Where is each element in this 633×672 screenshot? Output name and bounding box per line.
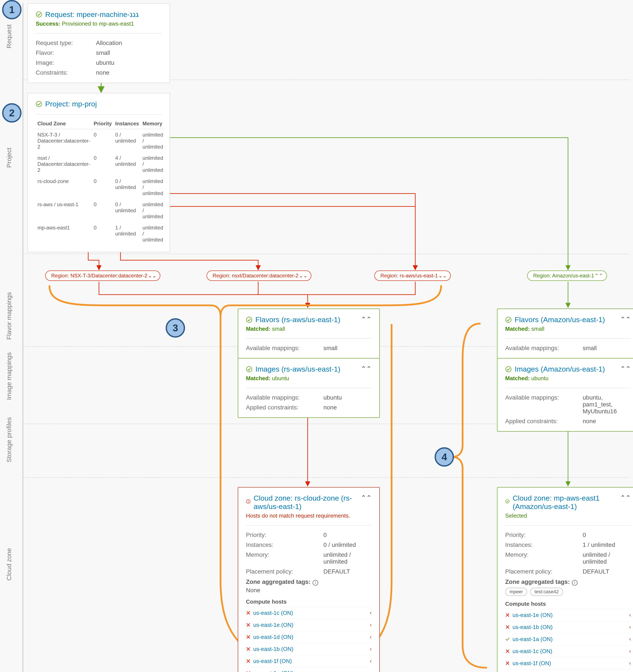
section-label-project: Project — [5, 155, 13, 168]
check-circle-icon — [505, 499, 510, 506]
svg-point-5 — [506, 366, 511, 372]
host-name: us-east-1f (ON) — [253, 658, 292, 665]
svg-point-2 — [247, 317, 252, 322]
cloudzone-status: Selected — [505, 512, 617, 519]
host-name: us-east-1e (ON) — [513, 612, 553, 619]
chevron-left-icon[interactable]: ‹ — [629, 612, 631, 618]
images-card-rs: Images (rs-aws/us-east-1) Matched: ubunt… — [238, 358, 380, 418]
images-title: Images (rs-aws/us-east-1) — [255, 365, 341, 373]
chevron-left-icon[interactable]: ‹ — [370, 670, 372, 672]
chevron-left-icon[interactable]: ‹ — [370, 610, 372, 616]
chevron-left-icon[interactable]: ‹ — [370, 658, 372, 664]
collapse-icon[interactable]: ⌃⌃ — [358, 365, 372, 373]
compute-host-row[interactable]: us-east-1c (ON)‹ — [246, 607, 372, 619]
svg-point-9 — [506, 500, 509, 503]
chevron-down-icon: ⌄⌄ — [148, 273, 157, 279]
host-name: us-east-1a (ON) — [513, 636, 553, 643]
compute-hosts-list: us-east-1e (ON)‹us-east-1b (ON)‹us-east-… — [505, 609, 631, 672]
compute-host-row[interactable]: us-east-1d (ON)‹ — [246, 631, 372, 643]
svg-point-3 — [506, 317, 511, 322]
chevron-left-icon[interactable]: ‹ — [629, 660, 631, 666]
chevron-left-icon[interactable]: ‹ — [629, 624, 631, 630]
flavors-title: Flavors (Amazon/us-east-1) — [515, 315, 605, 324]
tag-chip: test:case42 — [530, 588, 563, 596]
svg-point-4 — [247, 366, 252, 372]
divider — [23, 477, 630, 478]
chevron-left-icon[interactable]: ‹ — [370, 634, 372, 640]
request-status: Success: Provisioned to mp-aws-east1 — [36, 20, 162, 27]
host-name: us-east-1c (ON) — [513, 648, 552, 654]
check-circle-icon — [505, 366, 512, 373]
table-row: nsxt / Datacenter:datacenter-204 / unlim… — [36, 152, 165, 176]
request-fields: Request type:Allocation Flavor:small Ima… — [36, 40, 162, 76]
compute-host-row[interactable]: us-east-1b (ON)‹ — [246, 643, 372, 655]
x-icon — [246, 659, 251, 664]
error-circle-icon — [246, 499, 251, 506]
table-row: rs-aws / us-east-100 / unlimitedunlimite… — [36, 199, 165, 222]
tag-list: mpeertest:case42 — [505, 588, 631, 596]
divider — [23, 254, 630, 254]
x-icon — [246, 610, 251, 615]
compute-host-row[interactable]: us-east-1a (ON)‹ — [246, 667, 372, 672]
check-icon — [505, 637, 510, 642]
compute-host-row[interactable]: us-east-1a (ON)‹ — [505, 633, 631, 645]
compute-host-row[interactable]: us-east-1e (ON)‹ — [246, 619, 372, 631]
region-pill[interactable]: Region: rs-aws/us-east-1 ⌄⌄ — [374, 270, 451, 281]
project-zone-table: Cloud Zone Priority Instances Memory NSX… — [36, 119, 165, 245]
table-row: rs-cloud-zone00 / unlimitedunlimited / u… — [36, 176, 165, 199]
section-label-image: Image mappings — [5, 387, 13, 400]
cloudzone-card-az: Cloud zone: mp-aws-east1 (Amazon/us-east… — [497, 487, 633, 672]
host-name: us-east-1b (ON) — [513, 624, 553, 630]
chevron-left-icon[interactable]: ‹ — [370, 622, 372, 628]
x-icon — [505, 613, 510, 617]
host-name: us-east-1c (ON) — [253, 610, 293, 616]
region-pill[interactable]: Region: nsxt/Datacenter:datacenter-2 ⌄⌄ — [207, 270, 311, 281]
compute-hosts-heading: Compute hosts — [505, 601, 631, 607]
images-title: Images (Amazon/us-east-1) — [515, 365, 605, 373]
chevron-left-icon[interactable]: ‹ — [629, 636, 631, 642]
check-circle-icon — [246, 316, 252, 323]
collapse-icon[interactable]: ⌃⌃ — [617, 315, 631, 323]
collapse-icon[interactable]: ⌃⌃ — [617, 365, 631, 373]
x-icon — [246, 634, 251, 639]
host-name: us-east-1f (ON) — [513, 660, 551, 667]
host-name: us-east-1b (ON) — [253, 646, 293, 652]
flavors-title: Flavors (rs-aws/us-east-1) — [255, 315, 341, 324]
cloudzone-title: Cloud zone: mp-aws-east1 (Amazon/us-east… — [513, 494, 617, 511]
compute-host-row[interactable]: us-east-1c (ON)‹ — [505, 645, 631, 657]
svg-point-0 — [37, 12, 42, 17]
table-row: NSX-T-3 / Datacenter:datacenter-200 / un… — [36, 129, 165, 152]
section-axis — [23, 3, 23, 672]
chevron-left-icon[interactable]: ‹ — [629, 648, 631, 654]
compute-hosts-list: us-east-1c (ON)‹us-east-1e (ON)‹us-east-… — [246, 607, 372, 672]
check-circle-icon — [36, 11, 42, 18]
collapse-icon[interactable]: ⌃⌃ — [358, 494, 372, 502]
compute-host-row[interactable]: us-east-1b (ON)‹ — [505, 621, 631, 633]
step-badge-2: 2 — [2, 103, 22, 123]
host-name: us-east-1e (ON) — [253, 622, 293, 628]
compute-host-row[interactable]: us-east-1e (ON)‹ — [505, 609, 631, 621]
region-pill[interactable]: Region: NSX-T-3/Datacenter:datacenter-2 … — [45, 270, 160, 281]
region-pill[interactable]: Region: Amazon/us-east-1 ⌃⌃ — [527, 270, 607, 281]
info-icon[interactable]: i — [313, 580, 318, 585]
info-icon[interactable]: i — [572, 580, 578, 585]
chevron-left-icon[interactable]: ‹ — [370, 646, 372, 652]
compute-host-row[interactable]: us-east-1f (ON)‹ — [505, 657, 631, 669]
compute-host-row[interactable]: us-east-1f (ON)‹ — [246, 655, 372, 667]
cloudzone-status: Hosts do not match request requirements. — [246, 512, 358, 519]
collapse-icon[interactable]: ⌃⌃ — [358, 315, 372, 323]
provisioning-diagram: Request Project Flavor mappings Image ma… — [0, 0, 633, 672]
step-badge-3: 3 — [166, 318, 185, 338]
x-icon — [505, 649, 510, 653]
section-label-storage: Storage profiles — [5, 450, 13, 462]
svg-point-1 — [37, 101, 42, 107]
compute-host-row[interactable]: us-east-1d (ON)‹ — [505, 669, 631, 672]
tag-chip: mpeer — [505, 588, 527, 596]
x-icon — [246, 671, 251, 672]
step-badge-4: 4 — [435, 447, 454, 466]
project-title: Project: mp-proj — [45, 100, 97, 108]
collapse-icon[interactable]: ⌃⌃ — [617, 494, 631, 502]
flavors-card-rs: Flavors (rs-aws/us-east-1) Matched: smal… — [238, 309, 380, 358]
host-name: us-east-1a (ON) — [253, 670, 293, 672]
host-name: us-east-1d (ON) — [253, 634, 293, 640]
